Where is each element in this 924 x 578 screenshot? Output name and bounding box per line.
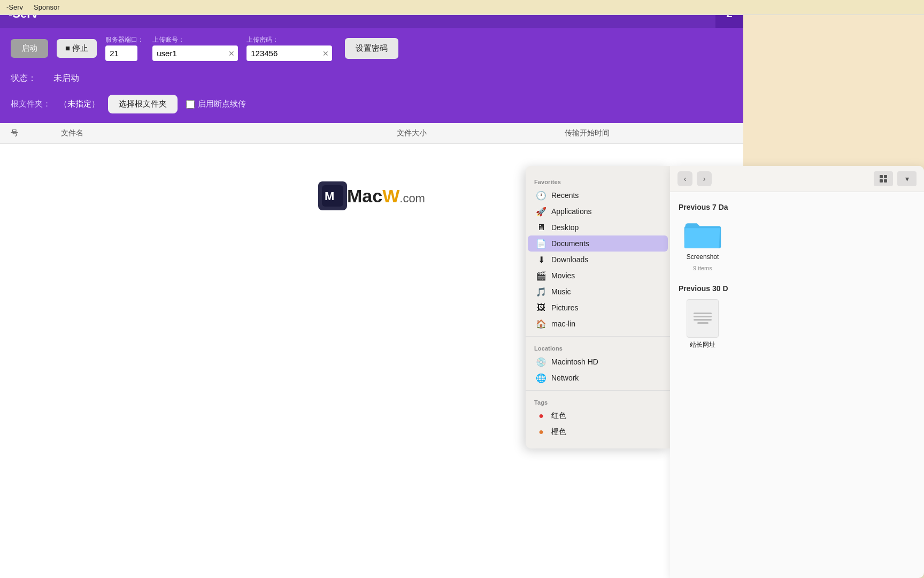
screenshot-meta: 9 items <box>693 265 712 271</box>
th-time: 传输开始时间 <box>565 128 733 138</box>
nav-back-button[interactable]: ‹ <box>677 171 692 186</box>
logo-area: M Mac W .com <box>318 181 425 210</box>
pwd-input[interactable] <box>247 45 332 61</box>
svg-text:M: M <box>325 189 334 203</box>
user-field-group: 上传账号： ✕ <box>152 35 238 61</box>
user-input[interactable] <box>152 45 238 61</box>
desktop-icon: 🖥 <box>536 223 546 232</box>
finder-item-music[interactable]: 🎵 Music <box>528 284 668 300</box>
th-num: 号 <box>11 128 61 138</box>
user-input-wrap: ✕ <box>152 45 238 61</box>
pictures-label: Pictures <box>551 303 579 312</box>
finder-item-desktop[interactable]: 🖥 Desktop <box>528 219 668 235</box>
stop-button[interactable]: ■ 停止 <box>57 39 97 58</box>
status-value: 未启动 <box>53 73 79 84</box>
orange-tag-icon: ● <box>536 427 546 437</box>
doc-line-2 <box>694 316 712 317</box>
port-field-group: 服务器端口： <box>105 35 144 61</box>
doc-line-3 <box>694 319 712 321</box>
network-label: Network <box>551 374 579 382</box>
start-button[interactable]: 启动 <box>11 39 48 58</box>
downloads-icon: ⬇ <box>536 255 546 264</box>
finder-item-maclin[interactable]: 🏠 mac-lin <box>528 316 668 332</box>
user-clear-icon[interactable]: ✕ <box>228 49 235 58</box>
finder-divider-1 <box>526 336 670 337</box>
tags-label: Tags <box>526 395 670 408</box>
pwd-label: 上传密码： <box>247 35 332 44</box>
menu-app-name[interactable]: -Serv <box>6 3 23 11</box>
music-label: Music <box>551 287 571 296</box>
th-filename: 文件名 <box>61 128 397 138</box>
doc-file-icon <box>687 299 719 338</box>
orange-tag-label: 橙色 <box>551 427 566 437</box>
finder-item-pictures[interactable]: 🖼 Pictures <box>528 300 668 316</box>
finder-item-applications[interactable]: 🚀 Applications <box>528 203 668 219</box>
status-bar: 状态： 未启动 <box>0 69 743 92</box>
red-tag-label: 红色 <box>551 411 566 421</box>
locations-label: Locations <box>526 341 670 354</box>
menu-bar: -Serv Sponsor <box>0 0 924 15</box>
screenshot-folder-item[interactable]: Screenshot 9 items <box>679 218 727 271</box>
port-label: 服务器端口： <box>105 35 144 44</box>
root-label: 根文件夹： <box>11 99 51 109</box>
resume-label: 启用断点续传 <box>198 99 246 109</box>
applications-label: Applications <box>551 207 592 216</box>
right-panel: ‹ › ▾ Previous 7 Da Screenshot <box>670 166 924 578</box>
section-previous-30: Previous 30 D <box>679 284 915 293</box>
set-password-button[interactable]: 设置密码 <box>345 38 398 59</box>
screenshot-name: Screenshot <box>687 253 719 262</box>
finder-item-movies[interactable]: 🎬 Movies <box>528 268 668 284</box>
movies-icon: 🎬 <box>536 271 546 280</box>
controls-bar: 启动 ■ 停止 服务器端口： 上传账号： ✕ 上传密码： ✕ 设置密码 <box>0 28 743 69</box>
file-grid-1: Screenshot 9 items <box>679 218 915 271</box>
doc-line-4 <box>697 322 709 324</box>
documents-label: Documents <box>551 239 589 248</box>
nav-forward-button[interactable]: › <box>697 171 712 186</box>
pwd-field-group: 上传密码： ✕ <box>247 35 332 61</box>
file-grid-2: 站长网址 <box>679 299 915 349</box>
finder-item-downloads[interactable]: ⬇ Downloads <box>528 252 668 268</box>
view-grid-button[interactable] <box>874 171 893 186</box>
pwd-input-wrap: ✕ <box>247 45 332 61</box>
right-panel-toolbar: ‹ › ▾ <box>670 166 924 192</box>
desktop-label: Desktop <box>551 223 579 232</box>
resume-checkbox-wrap: 启用断点续传 <box>186 99 246 109</box>
table-header: 号 文件名 文件大小 传输开始时间 <box>0 123 743 144</box>
logo-icon: M <box>318 181 347 210</box>
logo-dotcom: .com <box>399 192 425 206</box>
user-label: 上传账号： <box>152 35 238 44</box>
red-tag-icon: ● <box>536 411 546 421</box>
pwd-clear-icon[interactable]: ✕ <box>322 49 329 58</box>
music-icon: 🎵 <box>536 287 546 296</box>
macintosh-hd-label: Macintosh HD <box>551 358 598 366</box>
menu-sponsor[interactable]: Sponsor <box>34 3 59 11</box>
right-panel-content: Previous 7 Da Screenshot 9 items Previou… <box>670 192 924 577</box>
movies-label: Movies <box>551 271 575 280</box>
resume-checkbox[interactable] <box>186 100 195 109</box>
svg-rect-4 <box>880 179 883 182</box>
recents-label: Recents <box>551 191 579 200</box>
network-icon: 🌐 <box>536 373 546 383</box>
doc-line-1 <box>694 313 712 314</box>
maclin-label: mac-lin <box>551 320 575 328</box>
applications-icon: 🚀 <box>536 207 546 216</box>
view-dropdown-button[interactable]: ▾ <box>897 171 917 186</box>
pictures-icon: 🖼 <box>536 303 546 313</box>
downloads-label: Downloads <box>551 255 588 264</box>
finder-divider-2 <box>526 390 670 391</box>
finder-item-recents[interactable]: 🕐 Recents <box>528 187 668 203</box>
finder-item-documents[interactable]: 📄 Documents <box>528 235 668 252</box>
logo-mac: Mac <box>347 186 382 207</box>
finder-item-tag-red[interactable]: ● 红色 <box>528 408 668 424</box>
finder-item-macintosh-hd[interactable]: 💿 Macintosh HD <box>528 354 668 370</box>
status-label: 状态： <box>11 73 36 84</box>
finder-item-tag-orange[interactable]: ● 橙色 <box>528 424 668 440</box>
logo-text-wrap: Mac W .com <box>347 186 425 207</box>
port-input[interactable] <box>105 45 137 61</box>
choose-folder-button[interactable]: 选择根文件夹 <box>108 95 178 113</box>
doc-file-item[interactable]: 站长网址 <box>679 299 727 349</box>
maclin-icon: 🏠 <box>536 319 546 329</box>
svg-rect-3 <box>884 175 887 178</box>
svg-rect-2 <box>880 175 883 178</box>
finder-item-network[interactable]: 🌐 Network <box>528 370 668 386</box>
